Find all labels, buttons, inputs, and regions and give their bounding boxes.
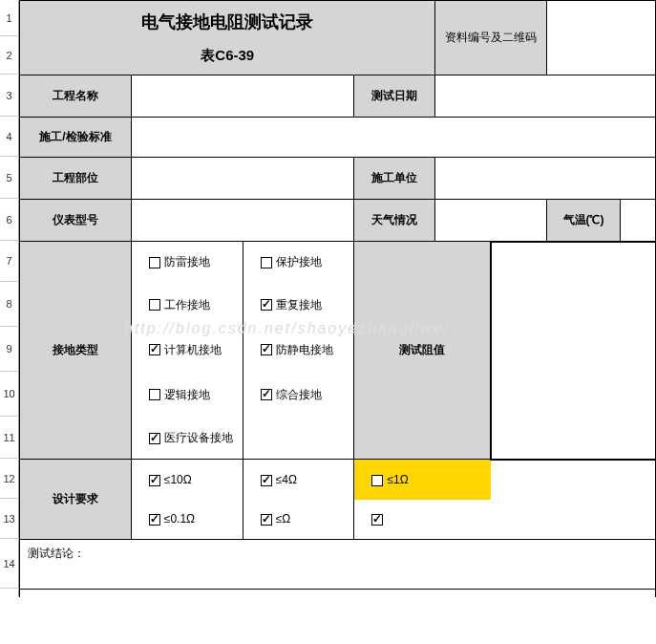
label-test-value: 测试阻值	[354, 242, 491, 460]
cb-req-4ohm[interactable]: ≤4Ω	[243, 460, 354, 500]
label-std: 施工/检验标准	[20, 118, 132, 158]
label-test-date: 测试日期	[354, 75, 435, 118]
cb-ground-jisuanji[interactable]: 计算机接地	[131, 328, 243, 373]
cb-ground-fanglei[interactable]: 防雷接地	[131, 242, 243, 283]
cb-ground-baohu[interactable]: 保护接地	[243, 242, 354, 283]
cb-req-ohm[interactable]: ≤Ω	[243, 500, 354, 540]
field-test-date[interactable]	[435, 75, 656, 118]
field-temperature[interactable]	[620, 200, 655, 242]
field-project-part[interactable]	[131, 158, 354, 200]
field-instrument[interactable]	[131, 200, 354, 242]
field-test-value[interactable]	[491, 242, 655, 460]
doc-subtitle: 表C6-39	[24, 47, 431, 65]
cb-ground-fangjingdian[interactable]: 防静电接地	[243, 328, 354, 373]
cb-ground-yiliao[interactable]: 医疗设备接地	[131, 418, 243, 460]
label-project-name: 工程名称	[20, 75, 132, 118]
label-project-part: 工程部位	[20, 158, 132, 200]
cb-ground-zonghe[interactable]: 综合接地	[243, 373, 354, 418]
cb-req-01ohm[interactable]: ≤0.1Ω	[131, 500, 243, 540]
field-project-name[interactable]	[131, 75, 354, 118]
conclusion-cell[interactable]: 测试结论：	[20, 540, 656, 590]
field-weather[interactable]	[435, 200, 547, 242]
cb-req-1ohm[interactable]: ≤1Ω	[354, 460, 491, 500]
field-std[interactable]	[131, 118, 655, 158]
field-construct-unit[interactable]	[435, 158, 656, 200]
label-construct-unit: 施工单位	[354, 158, 435, 200]
doc-title: 电气接地电阻测试记录	[24, 11, 431, 33]
qr-label: 资料编号及二维码	[435, 1, 547, 75]
cb-ground-gongzuo[interactable]: 工作接地	[131, 283, 243, 328]
cb-req-blank[interactable]	[354, 500, 491, 540]
cb-ground-luoji[interactable]: 逻辑接地	[131, 373, 243, 418]
label-temperature: 气温(℃)	[547, 200, 620, 242]
cb-req-10ohm[interactable]: ≤10Ω	[131, 460, 243, 500]
cb-ground-chongfu[interactable]: 重复接地	[243, 283, 354, 328]
row-numbers: 1 2 3 4 5 6 7 8 9 10 11 12 13 14	[0, 0, 19, 596]
label-weather: 天气情况	[354, 200, 435, 242]
label-ground-type: 接地类型	[20, 242, 132, 460]
label-instrument: 仪表型号	[20, 200, 132, 242]
label-design-req: 设计要求	[20, 460, 132, 540]
record-table: 电气接地电阻测试记录 表C6-39 资料编号及二维码 工程名称 测试日期 施工/…	[19, 0, 656, 597]
